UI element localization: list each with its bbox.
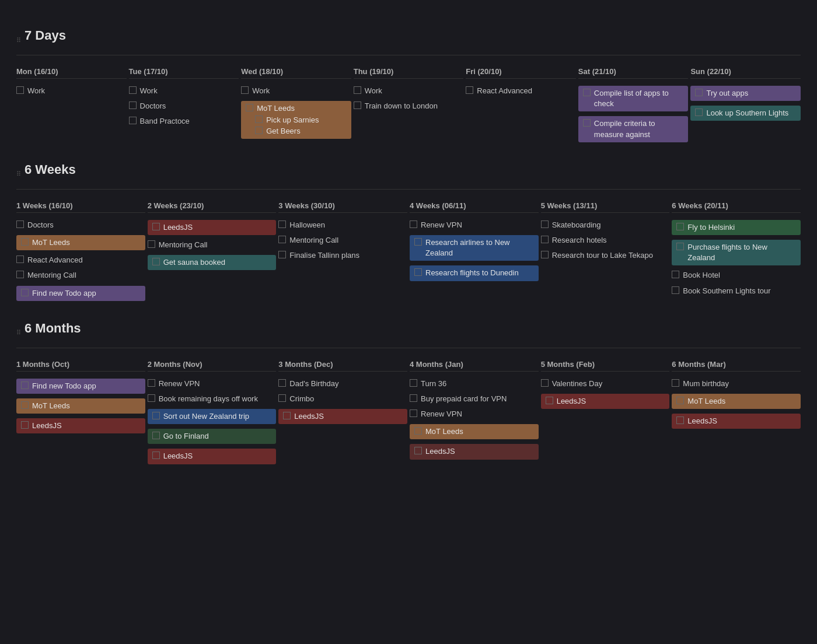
page-container: ⠿7 DaysMon (16/10)WorkTue (17/10)WorkDoc… — [0, 0, 817, 498]
task-checkbox[interactable] — [16, 220, 24, 228]
task-checkbox[interactable] — [16, 256, 24, 263]
task-checkbox[interactable] — [255, 127, 263, 134]
column-grid: 1 Months (Oct)Find new Todo appMoT Leeds… — [16, 360, 801, 466]
task-checkbox[interactable] — [672, 286, 679, 294]
task-checkbox[interactable] — [152, 258, 160, 265]
column-header: Wed (18/10) — [241, 67, 351, 79]
task-item: MoT Leeds — [21, 401, 141, 411]
task-checkbox[interactable] — [354, 102, 361, 109]
task-checkbox[interactable] — [129, 117, 137, 124]
task-checkbox[interactable] — [546, 397, 553, 404]
task-checkbox[interactable] — [410, 410, 417, 417]
task-text: Book Hotel — [683, 270, 720, 281]
task-checkbox[interactable] — [278, 220, 286, 228]
task-item: Sort out New Zealand trip — [152, 411, 272, 422]
task-checkbox[interactable] — [541, 251, 549, 258]
task-checkbox[interactable] — [354, 86, 361, 94]
task-checkbox[interactable] — [21, 289, 29, 296]
task-checkbox[interactable] — [21, 421, 29, 429]
task-checkbox[interactable] — [414, 427, 422, 435]
task-checkbox[interactable] — [152, 452, 160, 459]
section-divider — [16, 55, 801, 55]
task-list: Try out appsLook up Southern Lights — [690, 85, 801, 122]
task-text: Work — [252, 86, 270, 96]
column: 3 Months (Dec)Dad's BirthdayCrimboLeedsJ… — [278, 360, 407, 466]
task-text: Crimbo — [289, 394, 314, 404]
task-checkbox[interactable] — [672, 271, 679, 278]
task-checkbox[interactable] — [21, 382, 29, 389]
task-text: Renew VPN — [421, 220, 462, 230]
task-text: LeedsJS — [163, 451, 193, 461]
task-checkbox[interactable] — [152, 432, 160, 439]
task-item: React Advanced — [466, 85, 576, 97]
task-checkbox[interactable] — [246, 104, 253, 111]
task-item: Buy prepaid card for VPN — [410, 393, 539, 405]
task-text: Band Practoce — [140, 116, 190, 127]
task-checkbox[interactable] — [16, 271, 24, 278]
task-checkbox[interactable] — [541, 236, 549, 243]
task-checkbox[interactable] — [676, 243, 684, 250]
task-checkbox[interactable] — [541, 379, 549, 387]
task-checkbox[interactable] — [414, 447, 422, 454]
task-item: Valentines Day — [541, 377, 670, 390]
task-checkbox[interactable] — [21, 238, 29, 246]
task-checkbox[interactable] — [414, 238, 422, 246]
column-header: Mon (16/10) — [16, 67, 127, 79]
task-checkbox[interactable] — [410, 379, 417, 387]
task-item: Find new Todo app — [21, 288, 141, 299]
task-checkbox[interactable] — [410, 220, 417, 228]
drag-icon[interactable]: ⠿ — [16, 37, 21, 44]
task-checkbox[interactable] — [672, 379, 679, 387]
task-checkbox[interactable] — [241, 86, 249, 94]
task-text: Mentoring Call — [289, 235, 338, 246]
task-checkbox[interactable] — [21, 401, 29, 409]
task-item: Try out apps — [695, 88, 796, 99]
task-item: Renew VPN — [410, 219, 539, 232]
task-text: MoT Leeds — [257, 103, 295, 114]
task-card: MoT Leeds — [410, 424, 539, 439]
task-item: Work — [354, 85, 464, 97]
task-checkbox[interactable] — [278, 379, 286, 387]
subtask-list: Pick up SarniesGet Beers — [255, 115, 347, 136]
section-header-row: ⠿6 Months — [16, 321, 801, 345]
task-checkbox[interactable] — [148, 379, 155, 387]
task-checkbox[interactable] — [283, 412, 291, 419]
task-item: Mentoring Call — [278, 234, 407, 247]
task-checkbox[interactable] — [695, 89, 703, 96]
task-checkbox[interactable] — [129, 102, 137, 109]
task-checkbox[interactable] — [676, 416, 684, 424]
task-checkbox[interactable] — [148, 240, 155, 248]
task-checkbox[interactable] — [148, 394, 155, 402]
task-checkbox[interactable] — [583, 89, 591, 96]
task-checkbox[interactable] — [16, 86, 24, 94]
task-checkbox[interactable] — [255, 116, 263, 123]
section-7days: ⠿7 DaysMon (16/10)WorkTue (17/10)WorkDoc… — [16, 28, 801, 144]
column: 5 Months (Feb)Valentines DayLeedsJS — [541, 360, 670, 466]
column: 2 Months (Nov)Renew VPNBook remaining da… — [148, 360, 277, 466]
drag-icon[interactable]: ⠿ — [16, 329, 21, 337]
task-checkbox[interactable] — [414, 268, 422, 276]
column-grid: 1 Weeks (16/10)DoctorsMoT LeedsReact Adv… — [16, 201, 801, 302]
task-checkbox[interactable] — [695, 108, 703, 116]
task-checkbox[interactable] — [278, 236, 286, 243]
task-text: Fly to Helsinki — [687, 222, 735, 233]
task-item: Mentoring Call — [148, 239, 277, 251]
task-item: Go to Finland — [152, 431, 272, 442]
drag-icon[interactable]: ⠿ — [16, 170, 21, 178]
task-checkbox[interactable] — [152, 412, 160, 419]
task-checkbox[interactable] — [129, 86, 137, 94]
task-checkbox[interactable] — [676, 223, 684, 230]
task-checkbox[interactable] — [410, 394, 417, 402]
task-checkbox[interactable] — [676, 397, 684, 404]
section-6weeks: ⠿6 Weeks1 Weeks (16/10)DoctorsMoT LeedsR… — [16, 162, 801, 302]
task-item: Work — [16, 85, 127, 97]
task-checkbox[interactable] — [152, 223, 160, 230]
task-checkbox[interactable] — [278, 394, 286, 402]
task-item: LeedsJS — [414, 446, 534, 457]
task-item: MoT Leeds — [414, 426, 534, 437]
task-checkbox[interactable] — [541, 220, 549, 228]
task-checkbox[interactable] — [466, 86, 473, 94]
task-checkbox[interactable] — [278, 251, 286, 258]
task-text: MoT Leeds — [32, 237, 70, 248]
task-checkbox[interactable] — [583, 119, 591, 127]
